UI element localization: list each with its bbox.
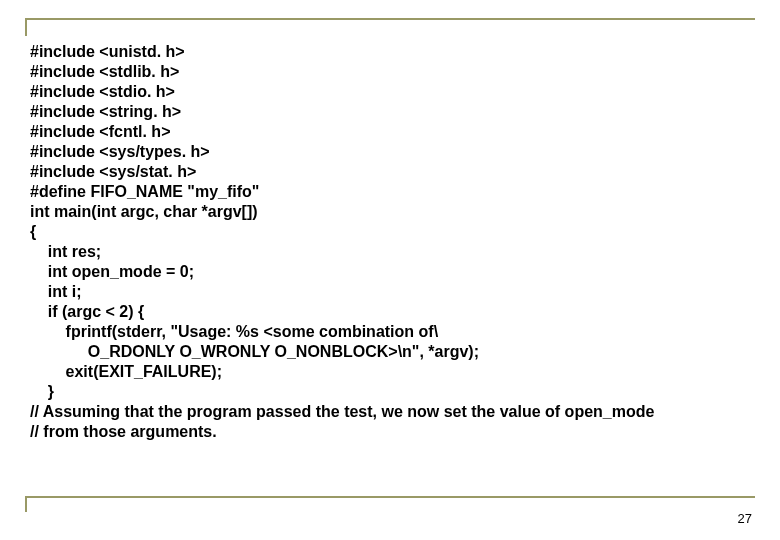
code-line: } — [30, 383, 54, 400]
code-line: // Assuming that the program passed the … — [30, 403, 654, 420]
code-line: int i; — [30, 283, 82, 300]
bottom-tick — [25, 498, 27, 512]
code-line: #include <sys/stat. h> — [30, 163, 196, 180]
code-line: #define FIFO_NAME "my_fifo" — [30, 183, 259, 200]
code-line: #include <sys/types. h> — [30, 143, 210, 160]
slide: #include <unistd. h> #include <stdlib. h… — [0, 0, 780, 540]
page-number: 27 — [738, 511, 752, 526]
top-rule — [25, 18, 755, 20]
code-line: if (argc < 2) { — [30, 303, 144, 320]
code-line: #include <fcntl. h> — [30, 123, 170, 140]
code-line: #include <string. h> — [30, 103, 181, 120]
code-line: fprintf(stderr, "Usage: %s <some combina… — [30, 323, 438, 340]
code-line: O_RDONLY O_WRONLY O_NONBLOCK>\n", *argv)… — [30, 343, 479, 360]
code-line: { — [30, 223, 36, 240]
top-tick — [25, 20, 27, 36]
code-line: int main(int argc, char *argv[]) — [30, 203, 258, 220]
code-line: #include <stdio. h> — [30, 83, 175, 100]
code-block: #include <unistd. h> #include <stdlib. h… — [30, 42, 755, 442]
code-line: int open_mode = 0; — [30, 263, 194, 280]
code-line: exit(EXIT_FAILURE); — [30, 363, 222, 380]
code-line: #include <stdlib. h> — [30, 63, 179, 80]
code-line: // from those arguments. — [30, 423, 217, 440]
bottom-rule — [25, 496, 755, 498]
code-line: int res; — [30, 243, 101, 260]
code-line: #include <unistd. h> — [30, 43, 185, 60]
